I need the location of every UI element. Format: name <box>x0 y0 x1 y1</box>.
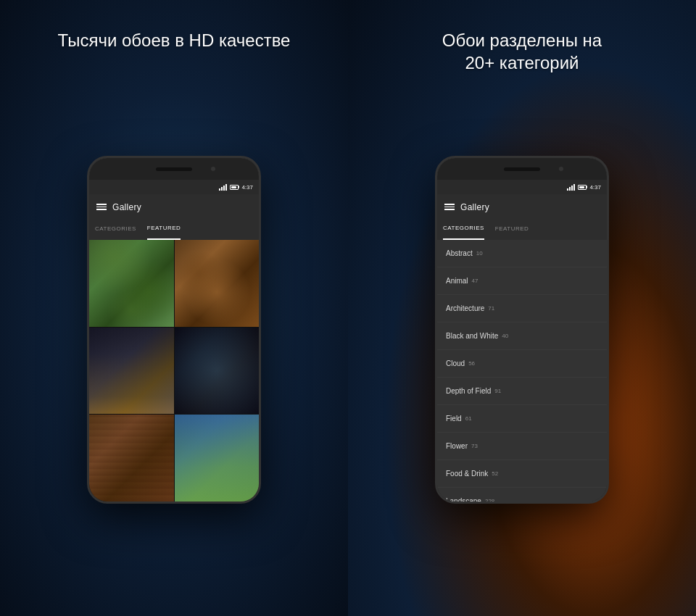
category-item-cloud[interactable]: Cloud56 <box>437 350 607 378</box>
category-name-9: Landscape <box>446 497 481 501</box>
cell-overlay-2 <box>175 240 260 327</box>
left-headline-text: Тысячи обоев в HD качестве <box>58 30 291 50</box>
tab-categories-label-left: CATEGORIES <box>95 225 136 232</box>
left-headline: Тысячи обоев в HD качестве <box>0 29 348 51</box>
category-name-1: Animal <box>446 277 468 285</box>
hamburger-icon-left[interactable] <box>96 204 107 210</box>
category-item-landscape[interactable]: Landscape228 <box>437 488 607 501</box>
signal-bar-r3 <box>571 186 573 191</box>
status-time-left: 4:37 <box>241 184 253 191</box>
category-list: Abstract10Animal47Architecture71Black an… <box>437 240 607 501</box>
category-name-0: Abstract <box>446 249 473 257</box>
cell-overlay-3 <box>89 328 174 415</box>
category-item-food-&-drink[interactable]: Food & Drink52 <box>437 460 607 488</box>
category-name-4: Cloud <box>446 359 465 367</box>
camera-left <box>211 167 215 171</box>
category-count-4: 56 <box>468 360 475 367</box>
gallery-grid <box>89 240 259 501</box>
tab-categories-right[interactable]: CATEGORIES <box>443 220 484 240</box>
category-item-animal[interactable]: Animal47 <box>437 267 607 295</box>
phone-top-left <box>89 158 259 180</box>
category-name-2: Architecture <box>446 304 484 312</box>
cell-overlay-5 <box>89 415 174 501</box>
left-panel: Тысячи обоев в HD качестве 4:37 <box>0 0 348 616</box>
signal-bar-r1 <box>567 188 568 191</box>
hamburger-line-3 <box>96 209 107 210</box>
category-count-5: 91 <box>494 388 501 394</box>
gallery-cell-wood[interactable] <box>89 415 174 501</box>
battery-tip-right <box>587 186 587 188</box>
status-bar-left: 4:37 <box>89 180 259 194</box>
hamburger-line-r3 <box>444 209 455 210</box>
category-count-3: 40 <box>502 333 508 339</box>
hamburger-line-1 <box>96 204 107 205</box>
category-count-9: 228 <box>485 498 494 501</box>
category-count-8: 52 <box>492 470 498 477</box>
category-name-6: Field <box>446 415 462 423</box>
status-bar-right: 4:37 <box>437 180 607 194</box>
category-item-architecture[interactable]: Architecture71 <box>437 295 607 322</box>
app-title-right: Gallery <box>460 202 489 212</box>
tabs-right: CATEGORIES FEATURED <box>437 220 607 240</box>
hamburger-line-r1 <box>444 204 455 205</box>
category-name-3: Black and White <box>446 332 498 340</box>
hamburger-icon-right[interactable] <box>444 204 455 210</box>
category-item-flower[interactable]: Flower73 <box>437 433 607 460</box>
signal-bar-r2 <box>569 187 571 191</box>
gallery-cell-nature[interactable] <box>89 240 174 327</box>
hamburger-line-2 <box>96 207 107 208</box>
category-count-7: 73 <box>471 443 478 449</box>
cell-overlay-1 <box>89 240 174 327</box>
category-item-abstract[interactable]: Abstract10 <box>437 240 607 267</box>
category-item-field[interactable]: Field61 <box>437 405 607 433</box>
tab-categories-label-right: CATEGORIES <box>443 225 484 231</box>
app-header-right: Gallery <box>437 194 607 220</box>
category-count-2: 71 <box>488 305 494 312</box>
signal-bar-3 <box>223 186 225 191</box>
tab-featured-label-left: FEATURED <box>147 225 181 231</box>
battery-fill-right <box>579 186 584 188</box>
signal-bar-1 <box>219 188 220 191</box>
hamburger-line-r2 <box>444 207 455 208</box>
gallery-cell-field[interactable] <box>175 415 260 501</box>
battery-icon-right <box>578 185 587 190</box>
category-count-0: 10 <box>476 250 483 257</box>
signal-bar-2 <box>221 187 223 191</box>
right-headline: Обои разделены на 20+ категорий <box>348 29 696 74</box>
left-phone: 4:37 Gallery CATEGORIES FEATURED <box>87 156 261 504</box>
tab-featured-right[interactable]: FEATURED <box>495 220 529 240</box>
category-count-6: 61 <box>465 415 472 422</box>
tabs-left: CATEGORIES FEATURED <box>89 220 259 240</box>
camera-right <box>559 167 563 171</box>
category-item-black-and-white[interactable]: Black and White40 <box>437 322 607 350</box>
cell-overlay-6 <box>175 415 260 501</box>
tab-featured-left[interactable]: FEATURED <box>147 220 181 240</box>
gallery-cell-food[interactable] <box>175 240 260 327</box>
app-title-left: Gallery <box>112 202 141 212</box>
right-headline-line1: Обои разделены на <box>442 30 602 50</box>
phone-screen-left: 4:37 Gallery CATEGORIES FEATURED <box>89 180 259 501</box>
right-panel: Обои разделены на 20+ категорий 4:37 <box>348 0 696 616</box>
tab-featured-label-right: FEATURED <box>495 225 529 232</box>
right-phone: 4:37 Gallery CATEGORIES FEATURED <box>435 156 609 504</box>
phone-screen-right: 4:37 Gallery CATEGORIES FEATURED <box>437 180 607 501</box>
right-headline-line2: 20+ категорий <box>465 53 579 72</box>
gallery-cell-city[interactable] <box>175 328 260 415</box>
battery-tip-left <box>239 186 239 188</box>
category-name-7: Flower <box>446 442 468 450</box>
signal-icon-left <box>219 184 227 191</box>
category-name-8: Food & Drink <box>446 470 488 478</box>
battery-icon-left <box>230 185 239 190</box>
gallery-cell-road[interactable] <box>89 328 174 415</box>
signal-bar-r4 <box>573 184 575 191</box>
tab-categories-left[interactable]: CATEGORIES <box>95 220 136 240</box>
app-header-left: Gallery <box>89 194 259 220</box>
status-time-right: 4:37 <box>589 184 601 191</box>
speaker-left <box>156 167 192 171</box>
category-item-depth-of-field[interactable]: Depth of Field91 <box>437 378 607 405</box>
category-count-1: 47 <box>472 278 478 284</box>
category-name-5: Depth of Field <box>446 387 491 395</box>
speaker-right <box>504 167 540 171</box>
phone-top-right <box>437 158 607 180</box>
signal-icon-right <box>567 184 575 191</box>
